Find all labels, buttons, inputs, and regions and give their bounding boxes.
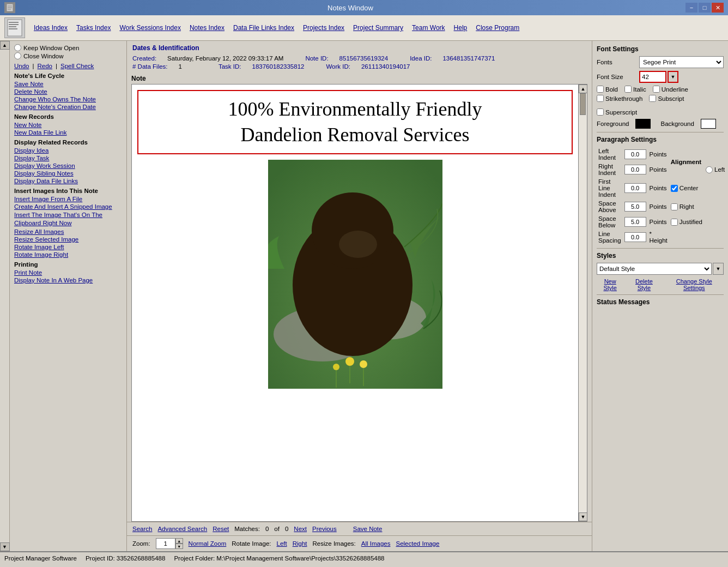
subscript-checkbox[interactable]: Subscript (649, 95, 684, 102)
menu-data-file-links-index[interactable]: Data File Links Index (233, 24, 294, 32)
space-above-input[interactable] (624, 202, 646, 212)
display-task-link[interactable]: Display Task (14, 155, 122, 161)
redo-link[interactable]: Redo (38, 63, 53, 69)
advanced-search-link[interactable]: Advanced Search (157, 526, 207, 532)
text-format-row1: Bold Italic Underline (597, 86, 724, 93)
resize-all-images-link[interactable]: Resize All Images (14, 228, 122, 235)
right-indent-input[interactable] (624, 165, 646, 174)
menu-notes-index[interactable]: Notes Index (190, 24, 225, 32)
menu-ideas-index[interactable]: Ideas Index (34, 24, 68, 32)
new-data-file-link-link[interactable]: New Data File Link (14, 129, 122, 136)
menu-work-sessions-index[interactable]: Work Sessions Index (119, 24, 181, 32)
note-scroll-down-btn[interactable]: ▼ (579, 512, 587, 521)
justified-radio[interactable]: Justified (671, 219, 702, 226)
left-align-radio[interactable]: Left (706, 166, 725, 173)
text-format-row2: Strikethrough Subscript Superscript (597, 95, 724, 116)
project-id-label: Project ID: 33526268885488 (86, 555, 165, 562)
styles-buttons: New Style Delete Style Change Style Sett… (597, 278, 724, 291)
space-below-input[interactable] (624, 217, 646, 227)
background-swatch[interactable] (701, 119, 716, 129)
first-line-indent-input[interactable] (624, 183, 646, 193)
insert-image-file-link[interactable]: Insert Image From A File (14, 196, 122, 202)
undo-link[interactable]: Undo (14, 63, 29, 69)
left-indent-input[interactable] (624, 149, 646, 159)
next-link[interactable]: Next (294, 526, 307, 532)
display-sibling-notes-link[interactable]: Display Sibling Notes (14, 170, 122, 177)
paragraph-settings-title: Paragraph Settings (597, 136, 724, 143)
bold-checkbox[interactable]: Bold (597, 86, 618, 93)
close-button[interactable]: ✕ (712, 3, 724, 13)
new-note-link[interactable]: New Note (14, 122, 122, 128)
close-window-radio[interactable]: Close Window (14, 52, 122, 59)
resize-selected-image-link[interactable]: Resize Selected Image (14, 236, 122, 243)
foreground-swatch[interactable] (635, 119, 651, 129)
styles-select[interactable]: Default Style (597, 263, 712, 275)
new-style-button[interactable]: New Style (597, 278, 623, 291)
menu-project-summary[interactable]: Project Summary (353, 24, 403, 32)
display-data-file-links-link[interactable]: Display Data File Links (14, 178, 122, 184)
note-editor-wrapper: 100% Environmentally Friendly Dandelion … (131, 84, 587, 522)
keep-window-open-radio[interactable]: Keep Window Open (14, 44, 122, 51)
fonts-select[interactable]: Segoe Print (639, 56, 724, 68)
previous-link[interactable]: Previous (312, 526, 337, 532)
all-images-link[interactable]: All Images (361, 540, 391, 547)
zoom-spin-down[interactable]: ▼ (175, 544, 183, 549)
superscript-checkbox[interactable]: Superscript (597, 108, 637, 116)
styles-select-arrow[interactable]: ▼ (713, 263, 724, 275)
foreground-label: Foreground (597, 120, 629, 127)
create-insert-snipped-link[interactable]: Create And Insert A Snipped Image (14, 203, 122, 210)
font-size-group: ▼ (639, 71, 678, 83)
change-creation-date-link[interactable]: Change Note's Creation Date (14, 104, 122, 110)
italic-checkbox[interactable]: Italic (624, 86, 646, 93)
menu-projects-index[interactable]: Projects Index (303, 24, 344, 32)
menu-tasks-index[interactable]: Tasks Index (76, 24, 111, 32)
points-3: Points (650, 185, 667, 191)
sidebar-scroll-up-btn[interactable]: ▲ (0, 41, 10, 50)
menu-bar: Ideas Index Tasks Index Work Sessions In… (0, 15, 728, 41)
menu-close-program[interactable]: Close Program (476, 24, 519, 32)
delete-style-button[interactable]: Delete Style (628, 278, 660, 291)
zoom-spin-up[interactable]: ▲ (175, 538, 183, 544)
spell-check-link[interactable]: Spell Check (60, 63, 94, 69)
bear-image (268, 160, 442, 389)
underline-checkbox[interactable]: Underline (653, 86, 688, 93)
save-note-search-link[interactable]: Save Note (353, 526, 383, 532)
rotate-right-link[interactable]: Right (293, 540, 307, 547)
print-note-link[interactable]: Print Note (14, 269, 122, 276)
rotate-left-link[interactable]: Left (276, 540, 287, 547)
change-who-owns-link[interactable]: Change Who Owns The Note (14, 96, 122, 102)
delete-note-link[interactable]: Delete Note (14, 88, 122, 95)
note-scroll-thumb[interactable] (580, 93, 586, 115)
rotate-image-right-link[interactable]: Rotate Image Right (14, 251, 122, 258)
reset-link[interactable]: Reset (213, 526, 229, 532)
note-scroll-up-btn[interactable]: ▲ (579, 85, 587, 93)
font-size-input[interactable] (639, 71, 666, 83)
display-note-web-page-link[interactable]: Display Note In A Web Page (14, 277, 122, 284)
minimize-button[interactable]: − (685, 3, 697, 13)
change-style-settings-button[interactable]: Change Style Settings (665, 278, 724, 291)
note-scroll-track[interactable] (579, 93, 587, 512)
display-work-session-link[interactable]: Display Work Session (14, 162, 122, 169)
save-note-link[interactable]: Save Note (14, 81, 122, 87)
insert-clipboard-link[interactable]: Insert The Image That's On The Clipboard… (14, 211, 122, 227)
maximize-button[interactable]: □ (699, 3, 711, 13)
zoom-label: Zoom: (132, 540, 150, 547)
menu-team-work[interactable]: Team Work (412, 24, 445, 32)
right-align-radio[interactable]: Right (671, 203, 702, 210)
note-content[interactable]: 100% Environmentally Friendly Dandelion … (132, 85, 578, 521)
rotate-image-left-link[interactable]: Rotate Image Left (14, 244, 122, 250)
selected-image-link[interactable]: Selected Image (396, 540, 439, 547)
idea-id-label: Idea ID: (410, 55, 432, 62)
font-size-dropdown[interactable]: ▼ (668, 71, 678, 83)
zoom-input[interactable] (156, 538, 175, 549)
center-align-radio[interactable]: Center (671, 185, 702, 192)
menu-help[interactable]: Help (454, 24, 468, 32)
strikethrough-checkbox[interactable]: Strikethrough (597, 95, 642, 102)
sidebar-scroll-down-btn[interactable]: ▼ (0, 542, 10, 551)
first-line-indent-label: First Line Indent (598, 178, 616, 198)
display-idea-link[interactable]: Display Idea (14, 147, 122, 154)
line-spacing-input[interactable] (624, 232, 646, 242)
search-link[interactable]: Search (132, 526, 152, 532)
normal-zoom-link[interactable]: Normal Zoom (189, 540, 227, 547)
zoom-input-group: ▲ ▼ (156, 538, 183, 549)
